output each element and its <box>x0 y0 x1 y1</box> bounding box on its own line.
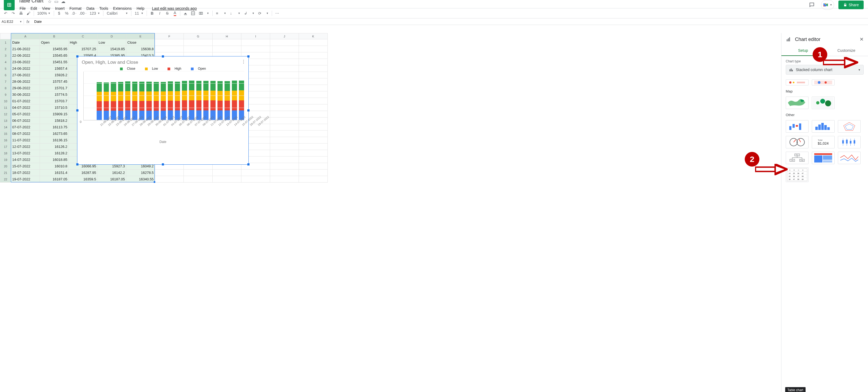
text-wrap-button[interactable]: ↲▼ <box>243 10 256 17</box>
name-box[interactable]: A1:E22▼ <box>0 19 24 24</box>
borders-icon <box>191 11 195 15</box>
meet-button[interactable]: ▼ <box>821 0 834 10</box>
svg-rect-8 <box>199 12 200 14</box>
meet-icon <box>823 2 829 8</box>
svg-rect-4 <box>184 14 187 15</box>
title-bar: Table Chart ☆ ▭ ☁ File Edit View Insert … <box>0 0 868 8</box>
formula-bar: A1:E22▼ fx <box>0 19 868 25</box>
text-color-button[interactable]: A <box>171 10 178 17</box>
fx-icon: fx <box>24 20 32 24</box>
fill-icon <box>183 11 188 15</box>
font-select[interactable]: Calibri▼ <box>105 10 129 17</box>
redo-button[interactable]: ↷ <box>10 10 17 17</box>
percent-button[interactable]: % <box>63 10 70 17</box>
horizontal-align-button[interactable]: ≡▼ <box>214 10 228 17</box>
fill-color-button[interactable] <box>182 10 189 17</box>
comment-icon <box>809 2 815 8</box>
more-tools-button[interactable]: ⋯ <box>274 10 281 17</box>
star-icon[interactable]: ☆ <box>48 0 52 4</box>
share-button[interactable]: Share <box>838 1 864 9</box>
more-formats-select[interactable]: 123▼ <box>88 10 101 17</box>
sheets-logo-icon <box>6 1 12 8</box>
text-rotation-button[interactable]: ⟳▼ <box>256 10 270 17</box>
undo-button[interactable]: ↶ <box>2 10 9 17</box>
vertical-align-button[interactable]: ↓▼ <box>228 10 242 17</box>
italic-button[interactable]: I <box>156 10 163 17</box>
print-button[interactable]: 🖶 <box>18 10 25 17</box>
merge-icon <box>199 11 203 15</box>
bold-button[interactable]: B <box>149 10 156 17</box>
paint-format-button[interactable]: 🖌 <box>25 10 32 17</box>
sheets-app-icon[interactable] <box>4 0 15 10</box>
cloud-status-icon[interactable]: ☁ <box>61 0 65 4</box>
strikethrough-button[interactable]: S <box>164 10 171 17</box>
comment-history-button[interactable] <box>807 0 817 10</box>
decrease-decimal-button[interactable]: .0← <box>71 10 78 17</box>
font-size-select[interactable]: 11▼ <box>133 10 145 17</box>
document-title[interactable]: Table Chart <box>18 0 44 4</box>
move-folder-icon[interactable]: ▭ <box>54 0 58 4</box>
lock-icon <box>843 3 847 7</box>
svg-rect-9 <box>201 12 203 14</box>
increase-decimal-button[interactable]: .00→ <box>79 10 87 17</box>
borders-button[interactable] <box>189 10 196 17</box>
zoom-select[interactable]: 100%▼ <box>36 10 52 17</box>
formula-input[interactable] <box>32 19 868 24</box>
merge-cells-button[interactable]: ▼ <box>197 10 211 17</box>
currency-button[interactable]: $ <box>56 10 63 17</box>
dropdown-arrow-icon: ▼ <box>830 3 832 6</box>
